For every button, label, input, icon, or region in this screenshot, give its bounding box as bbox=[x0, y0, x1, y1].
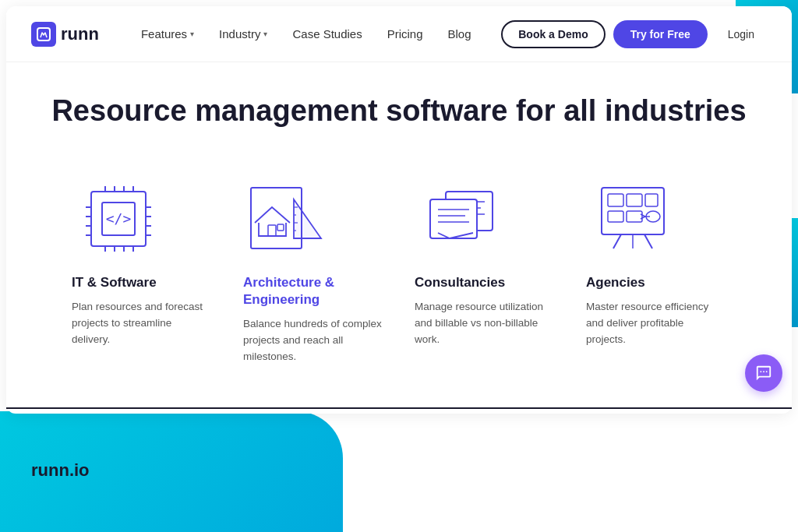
login-button[interactable]: Login bbox=[715, 22, 767, 47]
svg-rect-40 bbox=[608, 194, 623, 206]
card-agencies: Agencies Master resource efficiency and … bbox=[570, 160, 742, 381]
nav-links: Features ▾ Industry ▾ Case Studies Prici… bbox=[130, 21, 501, 47]
navbar: runn Features ▾ Industry ▾ Case Studies … bbox=[6, 6, 792, 62]
chat-button[interactable] bbox=[745, 354, 782, 392]
card-architecture-desc: Balance hundreds of complex projects and… bbox=[243, 316, 383, 365]
nav-item-pricing[interactable]: Pricing bbox=[376, 21, 434, 47]
svg-rect-22 bbox=[277, 224, 284, 231]
card-it-software-desc: Plan resources and forecast projects to … bbox=[72, 299, 212, 348]
svg-point-49 bbox=[766, 371, 768, 372]
svg-text:</>: </> bbox=[106, 210, 132, 227]
svg-point-47 bbox=[760, 371, 761, 372]
card-it-software: </> bbox=[56, 160, 228, 381]
chevron-down-icon: ▾ bbox=[263, 30, 267, 38]
card-agencies-desc: Master resource efficiency and deliver p… bbox=[586, 299, 726, 348]
footer-area: runn.io bbox=[0, 409, 798, 532]
hero-title: Resource management software for all ind… bbox=[22, 93, 776, 129]
logo-text: runn bbox=[61, 24, 99, 44]
svg-rect-42 bbox=[645, 194, 658, 206]
card-consultancies-desc: Manage resource utilization and billable… bbox=[415, 299, 555, 348]
card-consultancies: Consultancies Manage resource utilizatio… bbox=[399, 160, 570, 381]
agencies-icon bbox=[586, 176, 680, 262]
hero-section: Resource management software for all ind… bbox=[6, 62, 792, 145]
logo-link[interactable]: runn bbox=[31, 22, 99, 47]
nav-item-blog[interactable]: Blog bbox=[437, 21, 482, 47]
svg-line-38 bbox=[644, 234, 652, 248]
nav-item-industry[interactable]: Industry ▾ bbox=[208, 21, 278, 47]
card-architecture-title: Architecture & Engineering bbox=[243, 274, 383, 308]
chevron-down-icon: ▾ bbox=[190, 30, 194, 38]
svg-rect-44 bbox=[627, 211, 642, 222]
svg-line-37 bbox=[613, 234, 621, 248]
consultancies-icon bbox=[415, 176, 508, 262]
it-software-icon: </> bbox=[72, 176, 165, 262]
svg-rect-43 bbox=[608, 211, 623, 222]
svg-rect-32 bbox=[430, 199, 477, 238]
nav-item-case-studies[interactable]: Case Studies bbox=[281, 21, 373, 47]
try-free-button[interactable]: Try for Free bbox=[613, 20, 708, 48]
divider-line bbox=[6, 407, 792, 409]
svg-marker-23 bbox=[294, 199, 321, 238]
nav-actions: Book a Demo Try for Free Login bbox=[501, 20, 767, 48]
footer-text: runn.io bbox=[31, 460, 90, 481]
svg-rect-41 bbox=[627, 194, 642, 206]
architecture-icon bbox=[243, 176, 337, 262]
logo-icon bbox=[31, 22, 56, 47]
nav-item-features[interactable]: Features ▾ bbox=[130, 21, 205, 47]
main-content-card: runn Features ▾ Industry ▾ Case Studies … bbox=[6, 6, 792, 414]
book-demo-button[interactable]: Book a Demo bbox=[501, 20, 605, 48]
card-agencies-title: Agencies bbox=[586, 274, 645, 291]
svg-rect-21 bbox=[268, 225, 276, 236]
svg-point-48 bbox=[763, 371, 764, 372]
card-architecture: Architecture & Engineering Balance hundr… bbox=[228, 160, 399, 381]
card-it-software-title: IT & Software bbox=[72, 274, 157, 291]
card-consultancies-title: Consultancies bbox=[415, 274, 505, 291]
industry-cards-row: </> bbox=[6, 145, 792, 381]
